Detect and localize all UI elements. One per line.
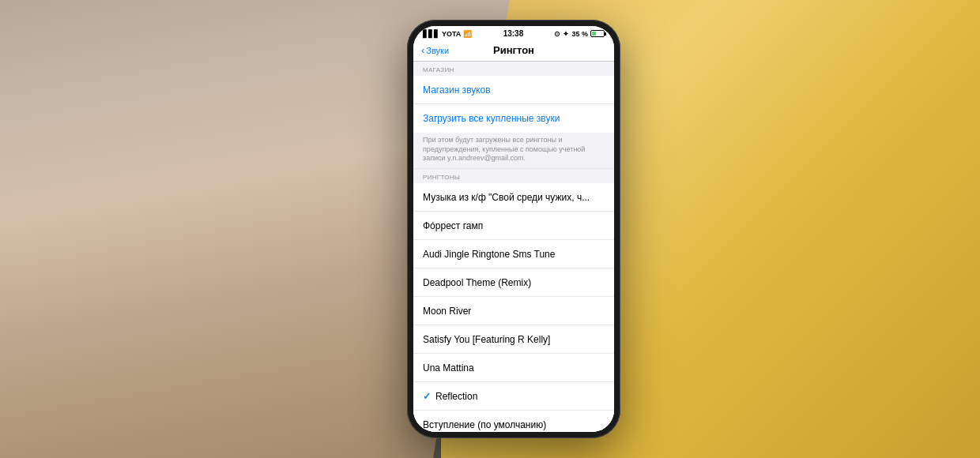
list-item[interactable]: Audi Jingle Ringtone Sms Tune [413, 240, 614, 268]
store-section-header: МАГАЗИН [413, 62, 614, 76]
item-label: Музыка из к/ф "Свой среди чужих, ч... [423, 192, 590, 203]
item-label: Вступление (по умолчанию) [423, 419, 546, 430]
store-section: Магазин звуков Загрузить все купленные з… [413, 76, 614, 133]
bluetooth-icon: ✦ [563, 30, 569, 38]
battery-percent: 35 % [571, 30, 588, 38]
list-item[interactable]: Вступление (по умолчанию) [413, 411, 614, 432]
status-time: 13:38 [503, 29, 524, 38]
list-item[interactable]: Una Mattina [413, 354, 614, 382]
location-icon: ⊙ [554, 30, 560, 38]
list-item[interactable]: Satisfy You [Featuring R Kelly] [413, 325, 614, 354]
phone-screen: ▋▋▋ YOTA 📶 13:38 ⊙ ✦ 35 % [413, 26, 614, 432]
status-left: ▋▋▋ YOTA 📶 [423, 30, 472, 38]
item-label: Una Mattina [423, 362, 474, 374]
download-link[interactable]: Загрузить все купленные звуки [413, 104, 614, 133]
store-link[interactable]: Магазин звуков [413, 76, 614, 104]
checkmark-icon: ✓ [423, 391, 431, 402]
screen-content: МАГАЗИН Магазин звуков Загрузить все куп… [413, 62, 614, 432]
navigation-bar: ‹ Звуки Рингтон [413, 39, 614, 62]
back-chevron-icon: ‹ [421, 44, 424, 56]
phone-wrapper: ▋▋▋ YOTA 📶 13:38 ⊙ ✦ 35 % [407, 20, 620, 438]
item-label: Moon River [423, 306, 471, 317]
list-item-reflection[interactable]: ✓ Reflection [413, 382, 614, 411]
item-label: Satisfy You [Featuring R Kelly] [423, 334, 550, 345]
status-right: ⊙ ✦ 35 % [554, 30, 605, 38]
page-title: Рингтон [493, 44, 534, 56]
store-description: При этом будут загружены все рингтоны и … [413, 133, 614, 169]
ringtones-section-header: РИНГТОНЫ [413, 169, 614, 183]
battery-indicator [590, 30, 605, 37]
item-label: Audi Jingle Ringtone Sms Tune [423, 249, 555, 260]
battery-fill [592, 32, 596, 36]
wifi-icon: 📶 [463, 30, 472, 38]
list-item-moon-river[interactable]: Moon River [413, 297, 614, 325]
back-button[interactable]: ‹ Звуки [421, 44, 449, 56]
item-label: Reflection [435, 391, 477, 402]
carrier-label: YOTA [442, 30, 461, 38]
item-label: Deadpool Theme (Remix) [423, 277, 531, 288]
status-bar: ▋▋▋ YOTA 📶 13:38 ⊙ ✦ 35 % [413, 26, 614, 39]
back-label: Звуки [426, 46, 449, 55]
list-item[interactable]: Музыка из к/ф "Свой среди чужих, ч... [413, 183, 614, 212]
battery-bar [590, 30, 605, 37]
list-item[interactable]: Deadpool Theme (Remix) [413, 268, 614, 297]
phone-device: ▋▋▋ YOTA 📶 13:38 ⊙ ✦ 35 % [407, 20, 620, 438]
signal-icon: ▋▋▋ [423, 30, 439, 38]
ringtones-list: Музыка из к/ф "Свой среди чужих, ч... Фó… [413, 183, 614, 432]
list-item[interactable]: Фóррест гамп [413, 212, 614, 240]
item-label: Фóррест гамп [423, 220, 483, 231]
